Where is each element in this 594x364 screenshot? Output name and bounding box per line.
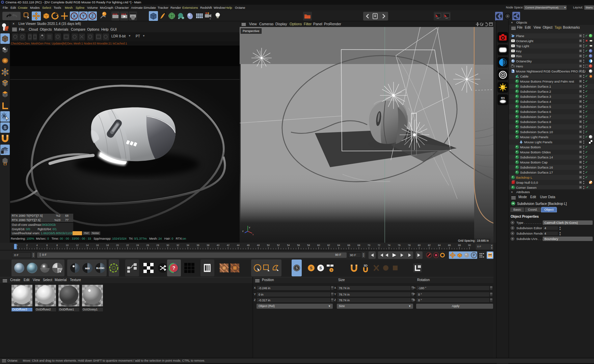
svg-text:84: 84 xyxy=(438,244,440,247)
svg-text:76: 76 xyxy=(398,244,400,247)
svg-text:80: 80 xyxy=(418,244,421,247)
svg-text:32: 32 xyxy=(177,244,179,247)
svg-text:x: x xyxy=(252,233,254,236)
svg-text:62: 62 xyxy=(327,244,330,247)
svg-text:38: 38 xyxy=(207,244,209,247)
svg-text:86: 86 xyxy=(448,244,451,247)
svg-text:72: 72 xyxy=(378,244,380,247)
svg-text:( ): ( ) xyxy=(3,162,6,165)
svg-text:8: 8 xyxy=(56,244,58,247)
svg-text:50: 50 xyxy=(267,244,270,247)
svg-text:MIX: MIX xyxy=(85,267,90,270)
svg-text:40: 40 xyxy=(217,244,219,247)
svg-text:90: 90 xyxy=(468,244,471,247)
svg-text:S: S xyxy=(4,125,7,130)
svg-text:4: 4 xyxy=(36,244,38,247)
svg-text:60: 60 xyxy=(317,244,320,247)
svg-text:z: z xyxy=(242,230,244,232)
svg-text:66: 66 xyxy=(347,244,350,247)
svg-text:Y: Y xyxy=(82,14,85,19)
svg-text:S: S xyxy=(331,269,332,271)
svg-text:68: 68 xyxy=(357,244,360,247)
svg-text:S: S xyxy=(296,266,298,270)
svg-text:42: 42 xyxy=(227,244,230,247)
svg-text:6: 6 xyxy=(46,244,48,247)
svg-text:58: 58 xyxy=(307,244,310,247)
svg-text:30: 30 xyxy=(166,244,169,247)
svg-text:16: 16 xyxy=(96,244,99,247)
svg-text:28: 28 xyxy=(156,244,159,247)
svg-text:48: 48 xyxy=(257,244,260,247)
svg-text:82: 82 xyxy=(428,244,431,247)
svg-text:44: 44 xyxy=(237,244,239,247)
svg-text:26: 26 xyxy=(146,244,149,247)
svg-text:54: 54 xyxy=(287,244,290,247)
svg-text:70: 70 xyxy=(368,244,370,247)
svg-text:14: 14 xyxy=(86,244,88,247)
svg-text:3D: 3D xyxy=(363,264,368,267)
svg-text:36: 36 xyxy=(196,244,199,247)
svg-text:12: 12 xyxy=(76,244,79,247)
svg-text:52: 52 xyxy=(277,244,280,247)
svg-text:IES: IES xyxy=(501,97,505,99)
svg-text:S: S xyxy=(310,266,312,270)
svg-text:34: 34 xyxy=(186,244,189,247)
svg-text:S: S xyxy=(319,266,322,270)
svg-text:18: 18 xyxy=(106,244,109,247)
svg-text:64: 64 xyxy=(337,244,340,247)
svg-text:Y: Y xyxy=(249,226,250,229)
svg-text:Z: Z xyxy=(91,14,93,19)
svg-text:2: 2 xyxy=(26,244,28,247)
svg-text:22: 22 xyxy=(126,244,129,247)
svg-text:24: 24 xyxy=(136,244,139,247)
svg-text:X: X xyxy=(73,14,76,19)
svg-text:74: 74 xyxy=(387,244,390,247)
svg-text:20: 20 xyxy=(116,244,119,247)
svg-text:78: 78 xyxy=(408,244,410,247)
svg-text:56: 56 xyxy=(297,244,300,247)
svg-text:46: 46 xyxy=(247,244,249,247)
svg-text:88: 88 xyxy=(458,244,461,247)
svg-text:P: P xyxy=(473,253,475,257)
svg-text:BLEND: BLEND xyxy=(96,267,104,269)
svg-text:10: 10 xyxy=(66,244,69,247)
svg-text:?: ? xyxy=(172,265,176,271)
